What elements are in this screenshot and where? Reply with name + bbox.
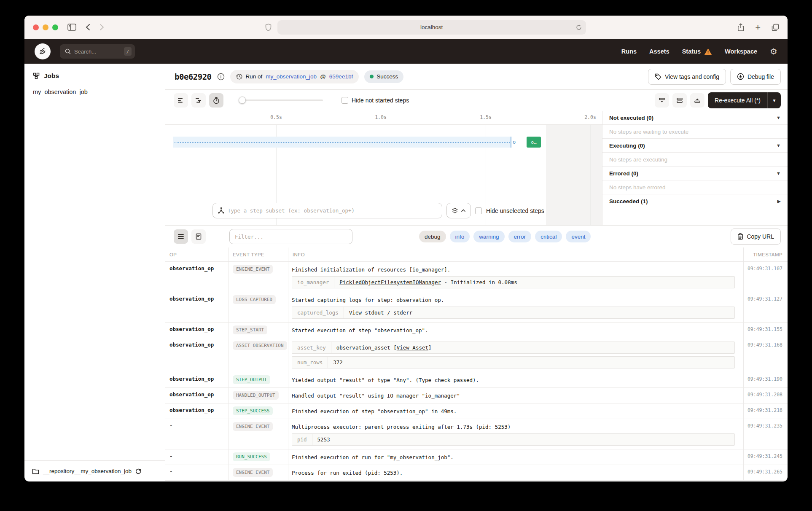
timestamp-cell[interactable]: 09:49:31.208: [744, 388, 788, 403]
browser-window: localhost +: [24, 16, 788, 481]
forward-icon[interactable]: [99, 24, 104, 31]
run-header: b0e62920 Run of my_observation_job @ 659…: [165, 64, 788, 90]
step-bar-observation-op[interactable]: o…: [527, 137, 541, 148]
table-row[interactable]: observation_opSTEP_OUTPUTYielded output …: [165, 372, 788, 388]
level-warning[interactable]: warning: [473, 231, 504, 242]
timestamp-cell[interactable]: 09:49:31.216: [744, 403, 788, 419]
info-text: Finished initialization of resources [io…: [292, 265, 735, 274]
info-cell: Finished execution of run for "my_observ…: [288, 449, 744, 465]
metadata-link[interactable]: View Asset: [397, 344, 428, 351]
table-row[interactable]: observation_opHANDLED_OUTPUTHandled outp…: [165, 388, 788, 403]
chevron-down-icon: ▼: [776, 171, 781, 176]
close-window-button[interactable]: [33, 24, 39, 30]
warning-icon: [704, 48, 712, 55]
metadata-link[interactable]: PickledObjectFilesystemIOManager: [339, 279, 441, 285]
timestamp-cell[interactable]: 09:49:31.107: [744, 262, 788, 292]
global-search[interactable]: /: [60, 44, 135, 59]
step-waiting-band: [173, 137, 511, 148]
timestamp-cell[interactable]: 09:49:31.235: [744, 419, 788, 449]
zoom-window-button[interactable]: [52, 24, 58, 30]
dagster-logo[interactable]: [35, 43, 51, 59]
table-row[interactable]: observation_opSTEP_STARTStarted executio…: [165, 323, 788, 338]
hide-not-started-checkbox[interactable]: [341, 97, 348, 104]
timestamp-cell[interactable]: 09:49:31.265: [744, 465, 788, 480]
level-critical[interactable]: critical: [535, 231, 562, 242]
gantt-waterfall-view-icon[interactable]: [191, 93, 206, 108]
table-row[interactable]: -ENGINE_EVENTMultiprocess executor: pare…: [165, 419, 788, 449]
debug-file-button[interactable]: Debug file: [730, 69, 781, 85]
refresh-icon[interactable]: [135, 468, 141, 474]
address-bar[interactable]: localhost: [277, 20, 586, 35]
table-row[interactable]: observation_opSTEP_SUCCESSFinished execu…: [165, 403, 788, 419]
view-tags-config-button[interactable]: View tags and config: [648, 69, 726, 85]
table-row[interactable]: observation_opASSET_OBSERVATIONasset_key…: [165, 338, 788, 372]
panel-section-executing[interactable]: Executing (0) ▼: [602, 139, 788, 153]
step-subset-input[interactable]: [228, 207, 437, 214]
event-type-cell: ENGINE_EVENT: [229, 465, 288, 480]
snapshot-link[interactable]: 659ee1bf: [329, 73, 353, 80]
chevron-down-icon: ▼: [776, 115, 781, 120]
gantt-flat-view-icon[interactable]: [174, 93, 188, 108]
hide-unselected-checkbox[interactable]: [475, 207, 482, 214]
nav-runs[interactable]: Runs: [621, 48, 637, 55]
log-filter-input[interactable]: [235, 234, 347, 240]
nav-workspace[interactable]: Workspace: [725, 48, 757, 55]
panel-section-not-executed[interactable]: Not executed (0) ▼: [602, 111, 788, 125]
tabs-overview-icon[interactable]: [772, 24, 779, 31]
nav-assets[interactable]: Assets: [649, 48, 669, 55]
level-event[interactable]: event: [566, 231, 591, 242]
nav-status[interactable]: Status: [682, 48, 712, 55]
metadata-key: io_manager: [292, 277, 334, 288]
event-type-cell: LOGS_CAPTURED: [229, 292, 288, 322]
event-type-cell: ENGINE_EVENT: [229, 419, 288, 449]
collapse-up-icon[interactable]: [690, 93, 704, 108]
table-row[interactable]: observation_opENGINE_EVENTFinished initi…: [165, 262, 788, 292]
op-cell: -: [165, 419, 229, 449]
shield-icon: [265, 24, 272, 31]
level-error[interactable]: error: [508, 231, 532, 242]
table-row[interactable]: -ENGINE_EVENTProcess for run exited (pid…: [165, 465, 788, 481]
event-type-badge: STEP_START: [233, 325, 267, 334]
minimize-window-button[interactable]: [43, 24, 48, 30]
event-type-cell: STEP_OUTPUT: [229, 372, 288, 387]
settings-gear-icon[interactable]: ⚙: [770, 47, 777, 56]
tick-label: 2.0s: [584, 114, 596, 120]
job-link[interactable]: my_observation_job: [266, 73, 317, 80]
graph-options-button[interactable]: [446, 203, 471, 218]
panel-section-succeeded[interactable]: Succeeded (1) ▶: [602, 194, 788, 208]
new-tab-icon[interactable]: +: [755, 23, 761, 32]
search-input[interactable]: [74, 48, 121, 55]
reload-icon[interactable]: [576, 24, 582, 30]
copy-url-button[interactable]: Copy URL: [731, 229, 781, 245]
table-row[interactable]: observation_opLOGS_CAPTUREDStarted captu…: [165, 292, 788, 323]
panel-section-errored[interactable]: Errored (0) ▼: [602, 167, 788, 180]
reexecute-all-button[interactable]: Re-execute All (*) ▼: [708, 92, 781, 108]
event-type-badge: LOGS_CAPTURED: [233, 295, 276, 304]
collapse-down-icon[interactable]: [655, 93, 669, 108]
timestamp-cell[interactable]: 09:49:31.190: [744, 372, 788, 387]
reexecute-dropdown-caret[interactable]: ▼: [767, 92, 781, 108]
repository-footer[interactable]: __repository__my_observation_job: [24, 460, 165, 481]
metadata-text: ]: [428, 344, 432, 351]
log-list-view-icon[interactable]: [174, 229, 188, 244]
timestamp-cell[interactable]: 09:49:31.127: [744, 292, 788, 322]
level-info[interactable]: info: [450, 231, 470, 242]
run-of-pill: Run of my_observation_job @ 659ee1bf: [230, 70, 359, 83]
log-structured-view-icon[interactable]: [191, 229, 206, 244]
share-icon[interactable]: [737, 23, 744, 31]
split-panels-icon[interactable]: [672, 93, 687, 108]
back-icon[interactable]: [86, 24, 90, 31]
success-dot-icon: [370, 75, 374, 78]
timestamp-cell[interactable]: 09:49:31.168: [744, 338, 788, 372]
zoom-slider-knob[interactable]: [239, 97, 246, 104]
timestamp-cell[interactable]: 09:49:31.155: [744, 323, 788, 338]
info-icon[interactable]: [217, 73, 225, 81]
gantt-timed-view-icon[interactable]: [209, 93, 223, 108]
zoom-slider[interactable]: [239, 100, 323, 101]
level-debug[interactable]: debug: [419, 231, 446, 242]
info-cell: Started execution of step "observation_o…: [288, 323, 744, 338]
timestamp-cell[interactable]: 09:49:31.245: [744, 449, 788, 465]
table-row[interactable]: -RUN_SUCCESSFinished execution of run fo…: [165, 449, 788, 465]
sidebar-item-job[interactable]: my_observation_job: [24, 86, 165, 98]
sidebar-toggle-icon[interactable]: [67, 24, 76, 31]
